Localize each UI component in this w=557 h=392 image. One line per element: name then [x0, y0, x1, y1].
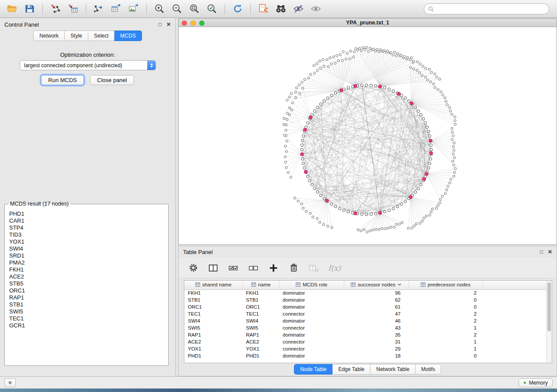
table-cell-name[interactable]: ACE2	[242, 338, 279, 345]
minimize-window-icon[interactable]	[190, 21, 196, 26]
table-cell-name[interactable]: SWI4	[242, 317, 279, 324]
mcds-result-item[interactable]: SRD1	[9, 252, 164, 259]
scrollbar-thumb[interactable]	[547, 282, 551, 331]
run-mcds-button[interactable]: Run MCDS	[41, 75, 84, 85]
table-tab-node-table[interactable]: Node Table	[294, 364, 333, 375]
table-row[interactable]: ORC1ORC1dominator610	[184, 303, 547, 310]
tab-style[interactable]: Style	[65, 31, 88, 41]
table-cell-successors[interactable]: 31	[344, 338, 408, 345]
close-panel-icon[interactable]: ✕	[548, 249, 552, 254]
table-cell-shared_name[interactable]: STB1	[184, 296, 242, 303]
search-network-button[interactable]	[273, 2, 289, 15]
delete-table-button[interactable]	[308, 262, 319, 274]
table-row[interactable]: ACE2ACE2connector311	[184, 338, 547, 345]
table-cell-successors[interactable]: 43	[344, 324, 408, 331]
table-row[interactable]: SWI5SWI5connector431	[184, 324, 547, 331]
table-cell-successors[interactable]: 96	[344, 289, 408, 296]
table-cell-_fill[interactable]	[483, 352, 547, 359]
export-table-button[interactable]	[108, 2, 124, 15]
table-cell-role[interactable]: dominator	[279, 303, 344, 310]
show-columns-button[interactable]	[208, 262, 219, 274]
table-cell-_fill[interactable]	[483, 338, 547, 345]
table-row[interactable]: PHD1PHD1dominator180	[184, 352, 547, 359]
float-panel-icon[interactable]: □	[540, 249, 543, 254]
table-tab-motifs[interactable]: Motifs	[415, 364, 441, 375]
table-cell-successors[interactable]: 61	[344, 303, 408, 310]
mcds-result-item[interactable]: SWI5	[9, 308, 164, 315]
table-tab-edge-table[interactable]: Edge Table	[332, 364, 370, 375]
column-header-predecessor-nodes[interactable]: predecessor nodes	[408, 281, 483, 289]
export-network-button[interactable]	[91, 2, 107, 15]
table-cell-name[interactable]: FKH1	[242, 289, 279, 296]
create-column-button[interactable]	[268, 262, 279, 274]
table-cell-predecessors[interactable]: 2	[408, 289, 483, 296]
table-cell-name[interactable]: RAP1	[242, 331, 279, 338]
table-cell-shared_name[interactable]: PHD1	[184, 352, 242, 359]
table-cell-shared_name[interactable]: SWI5	[184, 324, 242, 331]
table-vertical-scrollbar[interactable]	[546, 281, 552, 363]
close-window-icon[interactable]	[182, 21, 187, 26]
hide-selected-button[interactable]	[291, 2, 306, 15]
table-tab-network-table[interactable]: Network Table	[370, 364, 415, 375]
table-cell-_fill[interactable]	[483, 345, 547, 352]
global-search-field[interactable]	[424, 3, 549, 14]
mcds-result-item[interactable]: RAP1	[9, 294, 164, 301]
network-window-titlebar[interactable]: YPA_prune.txt_1	[179, 19, 557, 27]
close-panel-button[interactable]: Close panel	[90, 75, 134, 85]
mcds-result-item[interactable]: STB1	[9, 301, 164, 308]
table-row[interactable]: STB1STB1dominator620	[184, 296, 547, 303]
table-cell-role[interactable]: connector	[279, 310, 344, 317]
table-cell-role[interactable]: dominator	[279, 331, 344, 338]
optimization-criterion-dropdown[interactable]: largest connected component (undirected)	[20, 60, 156, 70]
mcds-result-item[interactable]: CAR1	[9, 217, 164, 224]
table-mode-button[interactable]	[187, 262, 199, 274]
share-document-button[interactable]	[256, 2, 271, 15]
table-cell-name[interactable]: YOX1	[242, 345, 279, 352]
table-cell-_fill[interactable]	[483, 289, 547, 296]
zoom-out-button[interactable]	[169, 2, 185, 15]
column-header-MCDS-role[interactable]: MCDS role	[279, 281, 344, 289]
zoom-fit-button[interactable]	[187, 2, 202, 15]
zoom-selected-button[interactable]	[204, 2, 220, 15]
mcds-result-item[interactable]: FKH1	[9, 266, 164, 273]
table-cell-predecessors[interactable]: 1	[408, 338, 483, 345]
table-row[interactable]: RAP1RAP1dominator352	[184, 331, 547, 338]
table-cell-role[interactable]: connector	[279, 338, 344, 345]
table-row[interactable]: FKH1FKH1dominator962	[184, 289, 547, 296]
table-cell-shared_name[interactable]: TEC1	[184, 310, 242, 317]
mcds-result-item[interactable]: PMA2	[9, 259, 164, 266]
table-cell-name[interactable]: PHD1	[242, 352, 279, 359]
table-row[interactable]: TEC1TEC1connector472	[184, 310, 547, 317]
table-cell-successors[interactable]: 62	[344, 296, 408, 303]
table-cell-role[interactable]: dominator	[279, 352, 344, 359]
close-panel-icon[interactable]: ✕	[166, 22, 171, 27]
table-cell-role[interactable]: dominator	[279, 296, 344, 303]
mcds-result-item[interactable]: TEC1	[9, 315, 164, 322]
mcds-result-item[interactable]: STP4	[9, 224, 164, 231]
table-cell-shared_name[interactable]: FKH1	[184, 289, 242, 296]
column-header-successor-nodes[interactable]: successor nodes	[344, 281, 408, 289]
float-panel-icon[interactable]: □	[159, 22, 162, 27]
table-cell-role[interactable]: connector	[279, 345, 344, 352]
export-image-button[interactable]	[126, 2, 142, 15]
column-header-name[interactable]: name	[242, 281, 279, 289]
deselect-all-rows-button[interactable]	[248, 262, 259, 274]
import-network-from-file-button[interactable]	[48, 2, 63, 15]
table-cell-predecessors[interactable]: 0	[408, 352, 483, 359]
search-input[interactable]	[436, 6, 545, 12]
table-cell-_fill[interactable]	[483, 331, 547, 338]
table-cell-predecessors[interactable]: 1	[408, 324, 483, 331]
mcds-result-item[interactable]: STB5	[9, 280, 164, 287]
table-cell-name[interactable]: SWI5	[242, 324, 279, 331]
mcds-result-item[interactable]: PHD1	[9, 210, 164, 217]
table-cell-shared_name[interactable]: ACE2	[184, 338, 242, 345]
table-cell-predecessors[interactable]: 0	[408, 303, 483, 310]
column-header-shared-name[interactable]: shared name	[184, 281, 242, 289]
table-cell-predecessors[interactable]: 2	[408, 310, 483, 317]
table-cell-predecessors[interactable]: 2	[408, 331, 483, 338]
table-cell-_fill[interactable]	[483, 296, 547, 303]
mcds-result-item[interactable]: ORC1	[9, 287, 164, 294]
table-cell-_fill[interactable]	[483, 310, 547, 317]
maximize-window-icon[interactable]	[199, 21, 204, 26]
table-row[interactable]: YOX1YOX1connector291	[184, 345, 547, 352]
